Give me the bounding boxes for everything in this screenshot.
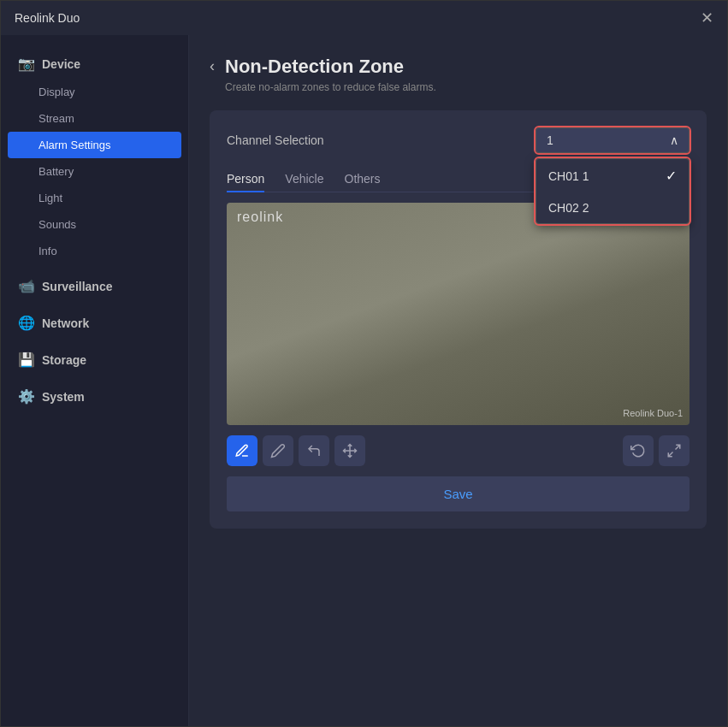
dropdown-item-ch02[interactable]: CH02 2 — [536, 192, 689, 223]
title-bar: Reolink Duo ✕ — [1, 1, 727, 35]
page-title: Non-Detection Zone — [225, 56, 436, 78]
tab-others[interactable]: Others — [345, 167, 381, 192]
surveillance-icon: 📹 — [18, 278, 35, 294]
close-button[interactable]: ✕ — [701, 10, 713, 26]
tool-draw-button[interactable] — [227, 435, 257, 466]
tool-move-button[interactable] — [334, 435, 365, 466]
app-window: Reolink Duo ✕ 📷 Device Display Stream Al… — [0, 0, 728, 727]
sidebar-item-battery[interactable]: Battery — [1, 158, 188, 185]
sidebar-section-network[interactable]: 🌐 Network — [1, 308, 188, 338]
sidebar-item-light[interactable]: Light — [1, 185, 188, 211]
check-icon: ✓ — [666, 168, 677, 184]
device-icon: 📷 — [18, 56, 35, 72]
sidebar-item-display[interactable]: Display — [1, 79, 188, 105]
page-subtitle: Create no-alarm zones to reduce false al… — [225, 81, 436, 93]
network-icon: 🌐 — [18, 315, 35, 331]
video-preview: 09/20/2024 04:45:58 pm FR reolink Reolin… — [227, 203, 690, 425]
app-title: Reolink Duo — [15, 11, 80, 25]
toolbar-left — [227, 435, 365, 466]
tool-reset-button[interactable] — [623, 435, 654, 466]
tool-undo-button[interactable] — [299, 435, 329, 466]
main-layout: 📷 Device Display Stream Alarm Settings B… — [1, 35, 727, 726]
dropdown-ch01-label: CH01 1 — [548, 169, 589, 183]
save-bar: Save — [227, 476, 690, 511]
channel-label: Channel Selection — [227, 133, 324, 147]
sidebar-item-alarm-settings[interactable]: Alarm Settings — [8, 132, 181, 158]
network-label: Network — [42, 316, 89, 330]
channel-select-arrow: ∧ — [670, 133, 678, 147]
tab-vehicle[interactable]: Vehicle — [285, 167, 323, 192]
svg-line-0 — [676, 445, 680, 449]
sidebar-section-system[interactable]: ⚙️ System — [1, 381, 188, 411]
sidebar-section-surveillance[interactable]: 📹 Surveillance — [1, 271, 188, 301]
sidebar-device-section: 📷 Device Display Stream Alarm Settings B… — [1, 49, 188, 264]
svg-line-1 — [668, 452, 672, 457]
drawing-toolbar — [227, 435, 690, 466]
storage-label: Storage — [42, 353, 86, 367]
tool-fullscreen-button[interactable] — [659, 435, 690, 466]
video-watermark: Reolink Duo-1 — [623, 408, 683, 418]
back-button[interactable]: ‹ — [210, 57, 215, 75]
channel-selected-value: 1 — [547, 133, 553, 147]
channel-dropdown: CH01 1 ✓ CH02 2 — [536, 158, 690, 224]
sidebar-item-info[interactable]: Info — [1, 238, 188, 264]
save-button[interactable]: Save — [443, 487, 472, 501]
page-title-block: Non-Detection Zone Create no-alarm zones… — [225, 56, 436, 93]
sidebar-section-storage[interactable]: 💾 Storage — [1, 345, 188, 375]
storage-icon: 💾 — [18, 352, 35, 368]
settings-card: Channel Selection 1 ∧ CH01 1 ✓ CH02 2 — [210, 110, 707, 529]
tool-pen-button[interactable] — [263, 435, 293, 466]
video-background — [227, 203, 690, 425]
sidebar: 📷 Device Display Stream Alarm Settings B… — [1, 35, 189, 726]
device-label: Device — [42, 57, 80, 71]
video-logo: reolink — [237, 210, 283, 225]
dropdown-item-ch01[interactable]: CH01 1 ✓ — [536, 159, 689, 192]
sidebar-item-stream[interactable]: Stream — [1, 105, 188, 132]
surveillance-label: Surveillance — [42, 280, 113, 293]
sidebar-system-section: ⚙️ System — [1, 381, 188, 411]
sidebar-surveillance-section: 📹 Surveillance — [1, 271, 188, 301]
system-label: System — [42, 390, 85, 404]
toolbar-right — [623, 435, 690, 466]
page-header: ‹ Non-Detection Zone Create no-alarm zon… — [210, 56, 707, 93]
channel-select-button[interactable]: 1 ∧ — [536, 127, 690, 153]
sidebar-storage-section: 💾 Storage — [1, 345, 188, 375]
sidebar-section-device: 📷 Device — [1, 49, 188, 79]
sidebar-network-section: 🌐 Network — [1, 308, 188, 338]
system-icon: ⚙️ — [18, 388, 35, 405]
dropdown-ch02-label: CH02 2 — [548, 201, 589, 215]
sidebar-item-sounds[interactable]: Sounds — [1, 211, 188, 238]
channel-row: Channel Selection 1 ∧ CH01 1 ✓ CH02 2 — [227, 127, 690, 153]
main-content: ‹ Non-Detection Zone Create no-alarm zon… — [189, 35, 727, 726]
tab-person[interactable]: Person — [227, 167, 264, 192]
